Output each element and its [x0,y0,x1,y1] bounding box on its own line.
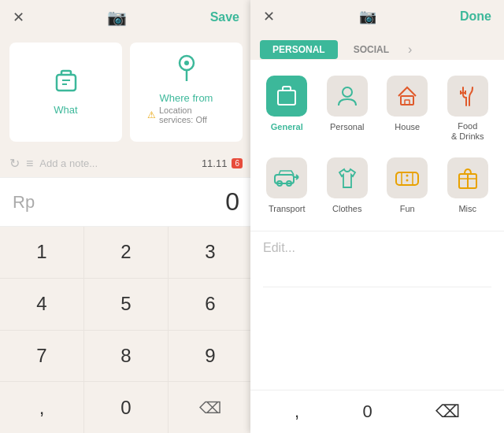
where-from-card[interactable]: Where from ⚠ Location services: Off [130,43,243,142]
where-from-label: Where from [160,92,213,104]
house-label: House [395,121,420,132]
right-camera-icon[interactable]: 📷 [359,8,376,25]
key-comma[interactable]: , [0,382,83,433]
warning-icon: ⚠ [147,109,156,120]
left-top-bar: ✕ 📷 Save [0,0,252,35]
category-clothes[interactable]: Clothes [317,150,378,222]
note-icon: ≡ [26,157,33,171]
right-top-bar: ✕ 📷 Done [250,0,504,33]
key-backspace[interactable]: ⌫ [169,382,252,433]
cards-row: What Where from ⚠ Location services: Off [0,35,252,150]
fun-label: Fun [400,203,415,214]
transport-icon-wrap [266,157,307,198]
edit-area[interactable]: Edit... [250,231,504,390]
edit-placeholder: Edit... [263,241,295,254]
done-button[interactable]: Done [460,9,491,24]
svg-point-21 [406,175,409,177]
key-7[interactable]: 7 [0,331,83,382]
tab-row: PERSONAL SOCIAL › [250,33,504,60]
misc-icon-wrap [447,157,488,198]
left-close-button[interactable]: ✕ [13,9,24,26]
svg-rect-18 [396,172,418,185]
svg-point-4 [184,61,189,65]
camera-icon[interactable]: 📷 [107,8,127,27]
clothes-icon-wrap [327,157,368,198]
category-fun[interactable]: Fun [377,150,438,222]
right-close-button[interactable]: ✕ [263,8,275,25]
amount-row: Rp 0 [0,177,252,227]
backspace-icon: ⌫ [199,398,221,417]
food-icon-wrap [447,76,488,117]
food-label: Food& Drinks [451,121,484,142]
right-key-backspace[interactable]: ⌫ [426,398,469,425]
where-from-icon [176,54,198,87]
fun-icon-wrap [387,157,428,198]
misc-label: Misc [458,203,476,214]
personal-icon-wrap [327,76,368,117]
general-label: General [271,121,303,132]
general-icon-wrap [266,76,307,117]
category-personal[interactable]: Personal [317,68,378,150]
key-8[interactable]: 8 [84,331,168,382]
category-transport[interactable]: Transport [257,150,317,222]
right-panel: ✕ 📷 Done PERSONAL SOCIAL › General [250,0,504,433]
edit-divider [263,287,491,287]
amount-value: 0 [225,187,239,216]
repeat-icon: ↻ [9,156,20,171]
note-left: ↻ ≡ Add a note... [9,156,98,171]
tab-more-icon[interactable]: › [405,39,415,60]
house-icon-wrap [387,76,428,117]
categories-grid: General Personal House [250,60,504,231]
tab-personal[interactable]: PERSONAL [260,40,338,59]
right-bottom-bar: , 0 ⌫ [250,390,504,433]
currency-label: Rp [13,192,35,213]
location-warning: ⚠ Location services: Off [138,104,235,131]
personal-label: Personal [330,121,364,132]
numpad: 1 2 3 4 5 6 7 8 9 , 0 ⌫ [0,227,252,433]
key-2[interactable]: 2 [84,227,168,278]
transport-label: Transport [269,203,306,214]
key-3[interactable]: 3 [169,227,252,278]
clothes-label: Clothes [332,203,361,214]
key-1[interactable]: 1 [0,227,83,278]
what-icon [54,68,79,99]
left-panel: ✕ 📷 Save What Wh [0,0,252,433]
category-house[interactable]: House [377,68,438,150]
key-6[interactable]: 6 [169,279,252,330]
tab-social[interactable]: SOCIAL [341,40,402,59]
svg-rect-5 [278,91,295,105]
right-key-comma[interactable]: , [285,398,309,425]
left-save-button[interactable]: Save [210,10,239,24]
location-warning-text: Location services: Off [159,105,225,124]
key-4[interactable]: 4 [0,279,83,330]
note-row: ↻ ≡ Add a note... 11.11 6 [0,150,252,177]
key-9[interactable]: 9 [169,331,252,382]
calendar-badge: 6 [232,158,243,168]
svg-point-22 [406,179,409,182]
date-value: 11.11 [202,157,228,169]
right-key-0[interactable]: 0 [353,398,381,425]
what-label: What [54,104,77,116]
note-placeholder[interactable]: Add a note... [39,157,98,169]
category-misc[interactable]: Misc [438,150,498,222]
svg-point-6 [343,87,352,97]
key-0[interactable]: 0 [84,382,168,433]
svg-rect-0 [57,75,76,91]
note-right: 11.11 6 [202,157,243,169]
what-card[interactable]: What [9,43,122,142]
key-5[interactable]: 5 [84,279,168,330]
category-general[interactable]: General [257,68,317,150]
category-food[interactable]: Food& Drinks [438,68,498,150]
